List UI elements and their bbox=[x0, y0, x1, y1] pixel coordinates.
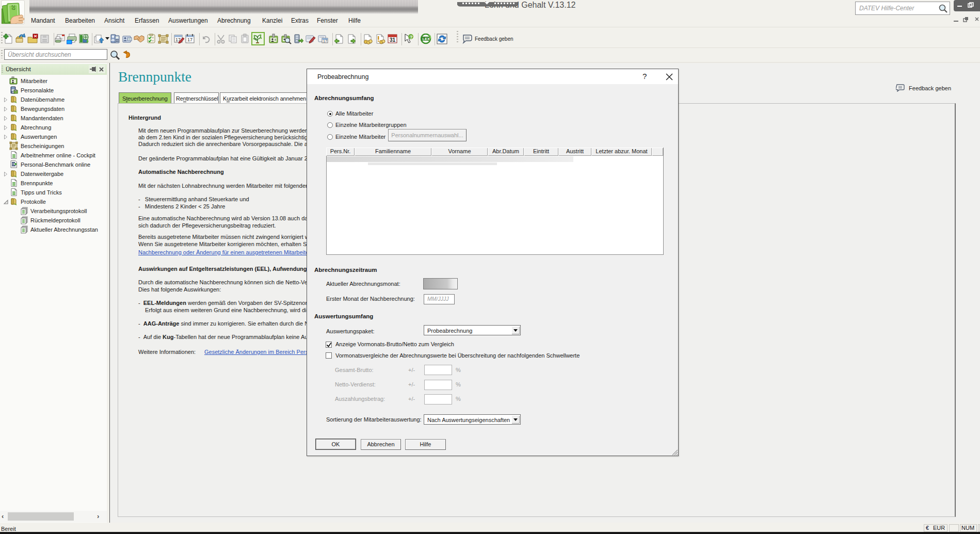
svg-text:LEX: LEX bbox=[423, 37, 430, 41]
svg-text:20: 20 bbox=[11, 5, 16, 10]
svg-text:31: 31 bbox=[390, 37, 396, 43]
svg-text:17: 17 bbox=[187, 37, 192, 42]
svg-text:?: ? bbox=[410, 35, 413, 40]
svg-text:17: 17 bbox=[323, 39, 327, 43]
